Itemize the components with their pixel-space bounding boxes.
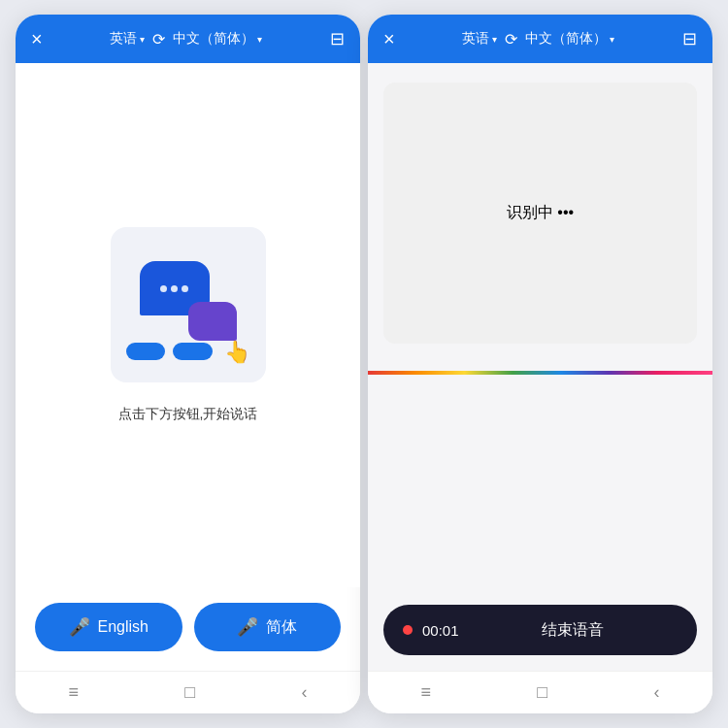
menu-nav-icon[interactable]: ≡ xyxy=(69,682,80,703)
simplified-button[interactable]: 🎤 简体 xyxy=(194,603,342,651)
right-back-nav-icon[interactable]: ‹ xyxy=(653,682,659,703)
bottom-buttons: 🎤 English 🎤 简体 xyxy=(16,587,360,671)
right-home-nav-icon[interactable]: □ xyxy=(537,682,547,703)
right-content: 识别中 ••• 00:01 结束语音 xyxy=(368,63,712,671)
source-lang-arrow[interactable]: ▾ xyxy=(140,34,145,45)
close-button[interactable]: × xyxy=(31,29,43,49)
right-target-lang-label[interactable]: 中文（简体） xyxy=(525,30,607,48)
right-swap-button[interactable]: ⟳ xyxy=(505,30,517,49)
mic-icon-right: 🎤 xyxy=(237,616,258,638)
recording-time: 00:01 xyxy=(422,622,459,639)
illustration-button-row: 👆 xyxy=(126,338,250,365)
right-close-button[interactable]: × xyxy=(383,29,395,49)
waveform-bar xyxy=(368,371,712,375)
mini-button-2 xyxy=(173,343,213,360)
layout-icon[interactable]: ⊟ xyxy=(330,28,345,50)
mic-icon-left: 🎤 xyxy=(69,616,90,638)
right-menu-nav-icon[interactable]: ≡ xyxy=(421,682,432,703)
right-source-lang-label[interactable]: 英语 xyxy=(462,30,489,48)
right-source-lang-arrow[interactable]: ▾ xyxy=(492,34,497,45)
recognition-dots: ••• xyxy=(553,204,574,220)
simplified-label: 简体 xyxy=(266,617,297,638)
left-panel: × 英语 ▾ ⟳ 中文（简体） ▾ ⊟ 👆 xyxy=(16,15,360,713)
end-voice-button[interactable]: 结束语音 xyxy=(469,620,678,641)
swap-button[interactable]: ⟳ xyxy=(152,30,165,49)
recording-bar: 00:01 结束语音 xyxy=(383,605,697,655)
right-target-lang-arrow[interactable]: ▾ xyxy=(610,34,614,45)
left-content: 👆 点击下方按钮,开始说话 xyxy=(16,63,360,587)
chat-bubble-small xyxy=(188,302,237,341)
english-label: English xyxy=(98,618,149,636)
target-lang-arrow[interactable]: ▾ xyxy=(257,34,262,45)
back-nav-icon[interactable]: ‹ xyxy=(301,682,307,703)
illustration-card: 👆 xyxy=(111,227,266,382)
english-button[interactable]: 🎤 English xyxy=(35,603,182,651)
right-layout-icon[interactable]: ⊟ xyxy=(682,28,697,50)
mini-button-1 xyxy=(126,343,166,360)
dot-2 xyxy=(171,285,178,292)
instruction-text: 点击下方按钮,开始说话 xyxy=(118,406,258,423)
dot-3 xyxy=(182,285,188,292)
left-nav-bar: ≡ □ ‹ xyxy=(16,671,360,713)
bubbles-illustration xyxy=(140,261,237,348)
source-lang-label[interactable]: 英语 xyxy=(110,30,137,48)
right-panel: × 英语 ▾ ⟳ 中文（简体） ▾ ⊟ 识别中 ••• 00:01 结束语音 ≡ xyxy=(368,15,712,713)
right-header: × 英语 ▾ ⟳ 中文（简体） ▾ ⊟ xyxy=(368,15,712,63)
right-nav-bar: ≡ □ ‹ xyxy=(368,671,712,713)
recognition-box: 识别中 ••• xyxy=(383,83,697,344)
right-language-selector: 英语 ▾ ⟳ 中文（简体） ▾ xyxy=(403,30,675,49)
target-lang-label[interactable]: 中文（简体） xyxy=(173,30,254,48)
home-nav-icon[interactable]: □ xyxy=(184,682,195,703)
left-header: × 英语 ▾ ⟳ 中文（简体） ▾ ⊟ xyxy=(16,15,360,63)
recognition-text: 识别中 ••• xyxy=(507,203,574,223)
language-selector: 英语 ▾ ⟳ 中文（简体） ▾ xyxy=(50,30,322,49)
recognition-label: 识别中 xyxy=(507,204,553,220)
recording-dot xyxy=(403,625,413,635)
finger-icon: 👆 xyxy=(224,340,250,365)
dot-1 xyxy=(160,285,167,292)
